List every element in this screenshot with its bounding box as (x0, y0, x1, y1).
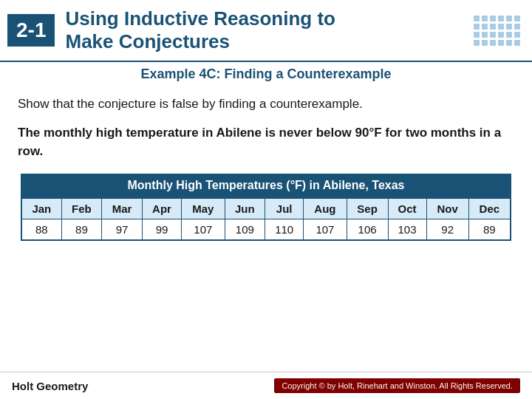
table-cell: 97 (102, 219, 143, 241)
table-cell: 106 (347, 219, 388, 241)
footer-brand: Holt Geometry (12, 380, 88, 392)
table-title: Monthly High Temperatures (°F) in Abilen… (21, 174, 511, 197)
table-cell: 99 (142, 219, 181, 241)
table-col-header: Feb (61, 198, 102, 219)
table-col-header: Sep (347, 198, 388, 219)
footer-copyright: Copyright © by Holt, Rinehart and Winsto… (274, 378, 520, 393)
table-header-row: JanFebMarAprMayJunJulAugSepOctNovDec (21, 198, 511, 219)
table-col-header: May (182, 198, 225, 219)
table-cell: 107 (182, 219, 225, 241)
header-title: Using Inductive Reasoning to Make Conjec… (65, 7, 335, 53)
footer: Holt Geometry Copyright © by Holt, Rineh… (0, 372, 532, 399)
temperature-table-wrapper: Monthly High Temperatures (°F) in Abilen… (21, 174, 511, 241)
header-title-line1: Using Inductive Reasoning to (65, 7, 335, 30)
table-col-header: Jan (21, 198, 61, 219)
table-cell: 107 (304, 219, 347, 241)
table-col-header: Jul (265, 198, 304, 219)
header-title-line2: Make Conjectures (65, 30, 230, 52)
header-divider (0, 61, 532, 62)
table-cell: 109 (225, 219, 265, 241)
table-col-header: Aug (304, 198, 347, 219)
table-cell: 88 (21, 219, 61, 241)
lesson-badge: 2-1 (7, 14, 55, 47)
table-data-row: 888997991071091101071061039289 (21, 219, 511, 241)
table-cell: 110 (265, 219, 304, 241)
temperature-table: JanFebMarAprMayJunJulAugSepOctNovDec 888… (21, 197, 511, 241)
main-content: Show that the conjecture is false by fin… (0, 95, 532, 241)
decorative-dots (474, 16, 520, 46)
table-cell: 92 (426, 219, 468, 241)
table-cell: 103 (388, 219, 426, 241)
table-col-header: Jun (225, 198, 265, 219)
table-col-header: Mar (102, 198, 143, 219)
table-col-header: Dec (468, 198, 511, 219)
table-col-header: Apr (142, 198, 181, 219)
table-col-header: Oct (388, 198, 426, 219)
table-col-header: Nov (426, 198, 468, 219)
header: 2-1 Using Inductive Reasoning to Make Co… (0, 0, 532, 61)
instruction-text: Show that the conjecture is false by fin… (18, 95, 514, 114)
table-cell: 89 (61, 219, 102, 241)
problem-text: The monthly high temperature in Abilene … (18, 124, 514, 160)
example-label: Example 4C: Finding a Counterexample (0, 66, 532, 82)
table-cell: 89 (468, 219, 511, 241)
